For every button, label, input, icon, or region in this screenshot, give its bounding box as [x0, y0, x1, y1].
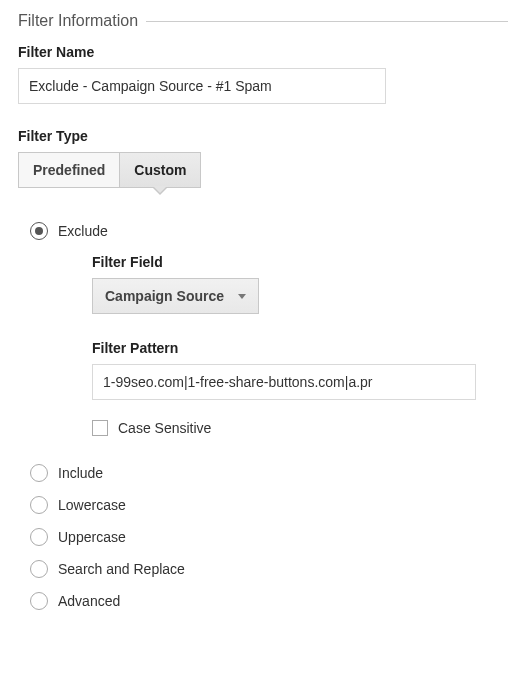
uppercase-label: Uppercase [58, 529, 126, 545]
case-sensitive-label: Case Sensitive [118, 420, 211, 436]
radio-icon [30, 496, 48, 514]
lowercase-label: Lowercase [58, 497, 126, 513]
radio-icon [30, 560, 48, 578]
filter-field-label: Filter Field [92, 254, 508, 270]
filter-type-label: Filter Type [18, 128, 508, 144]
fieldset-header: Filter Information [18, 12, 508, 30]
advanced-label: Advanced [58, 593, 120, 609]
radio-icon [30, 528, 48, 546]
other-filter-options: Include Lowercase Uppercase Search and R… [18, 464, 508, 610]
case-sensitive-checkbox[interactable]: Case Sensitive [92, 420, 508, 436]
filter-name-section: Filter Name [18, 44, 508, 104]
filter-name-input[interactable] [18, 68, 386, 104]
exclude-subform: Filter Field Campaign Source Filter Patt… [92, 254, 508, 436]
uppercase-radio[interactable]: Uppercase [30, 528, 508, 546]
radio-icon [30, 592, 48, 610]
include-radio[interactable]: Include [30, 464, 508, 482]
predefined-toggle[interactable]: Predefined [18, 152, 120, 188]
filter-field-dropdown[interactable]: Campaign Source [92, 278, 259, 314]
custom-filter-options: Exclude Filter Field Campaign Source Fil… [18, 222, 508, 436]
filter-field-value: Campaign Source [105, 288, 224, 304]
advanced-radio[interactable]: Advanced [30, 592, 508, 610]
checkbox-icon [92, 420, 108, 436]
radio-icon [30, 222, 48, 240]
radio-icon [30, 464, 48, 482]
filter-type-section: Filter Type Predefined Custom [18, 128, 508, 188]
filter-name-label: Filter Name [18, 44, 508, 60]
exclude-radio[interactable]: Exclude [30, 222, 508, 240]
filter-type-toggle: Predefined Custom [18, 152, 508, 188]
search-replace-radio[interactable]: Search and Replace [30, 560, 508, 578]
filter-pattern-input[interactable] [92, 364, 476, 400]
lowercase-radio[interactable]: Lowercase [30, 496, 508, 514]
search-replace-label: Search and Replace [58, 561, 185, 577]
include-label: Include [58, 465, 103, 481]
fieldset-title: Filter Information [18, 12, 138, 30]
custom-toggle[interactable]: Custom [120, 152, 201, 188]
divider [146, 21, 508, 22]
exclude-label: Exclude [58, 223, 108, 239]
filter-pattern-label: Filter Pattern [92, 340, 508, 356]
caret-down-icon [238, 294, 246, 299]
